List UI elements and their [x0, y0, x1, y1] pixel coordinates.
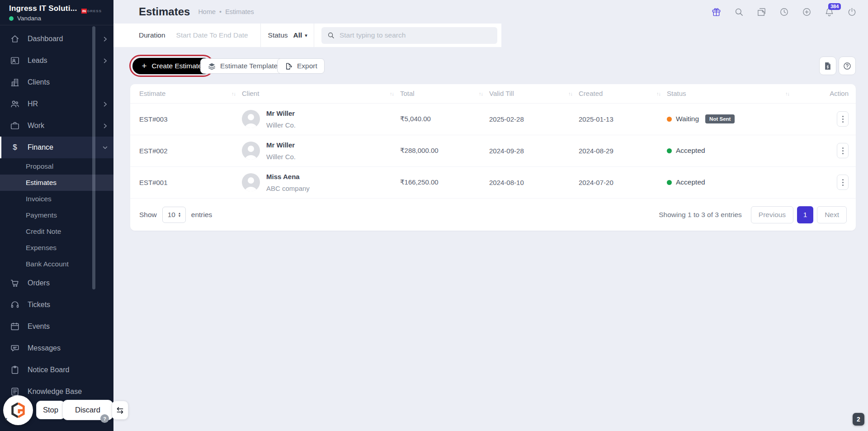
avatar — [242, 142, 260, 160]
stop-button[interactable]: Stop — [36, 401, 65, 419]
sort-icon[interactable]: ↑↓ — [231, 91, 236, 96]
sort-icon[interactable]: ↑↓ — [479, 91, 483, 96]
page-1-button[interactable]: 1 — [797, 206, 813, 223]
sort-icon[interactable]: ↑↓ — [656, 91, 660, 96]
app-logo[interactable] — [3, 395, 33, 425]
estimate-id: EST#003 — [139, 115, 168, 123]
export-button[interactable]: Export — [277, 58, 325, 74]
home-icon — [10, 34, 20, 44]
orders-icon — [10, 278, 20, 288]
sidebar-item-work[interactable]: Work — [0, 115, 113, 137]
column-header-content: Total↑↓ — [400, 90, 489, 97]
client-name[interactable]: Miss Aena — [266, 173, 310, 180]
estimate-template-button[interactable]: Estimate Template — [200, 58, 285, 74]
sidebar-item-notice-board[interactable]: Notice Board — [0, 359, 113, 381]
row-actions-button[interactable] — [837, 111, 849, 127]
create-estimate-button[interactable]: + Create Estimate — [132, 58, 212, 74]
help-button[interactable] — [839, 57, 856, 75]
messages-icon — [10, 343, 20, 353]
valid-till-cell: 2024-09-28 — [489, 135, 579, 166]
power-icon[interactable] — [847, 7, 857, 17]
search-icon[interactable] — [734, 7, 744, 17]
sidebar-item-estimates[interactable]: Estimates — [0, 175, 113, 191]
online-status-dot — [9, 16, 14, 21]
pagination-summary: Showing 1 to 3 of 3 entries — [659, 211, 742, 219]
chevron-down-icon — [102, 145, 108, 151]
column-header-estimate[interactable]: Estimate↑↓ — [130, 84, 242, 103]
sidebar-item-bank-account[interactable]: Bank Account — [0, 256, 113, 272]
column-label: Created — [579, 90, 603, 97]
sidebar-item-leads[interactable]: Leads — [0, 50, 113, 71]
sidebar-item-tickets[interactable]: Tickets — [0, 294, 113, 316]
client-lines: Miss AenaABC company — [266, 173, 310, 192]
breadcrumb-home[interactable]: Home — [198, 8, 216, 15]
history-icon[interactable] — [779, 7, 789, 17]
previous-button[interactable]: Previous — [751, 206, 793, 223]
sort-icon[interactable]: ↑↓ — [390, 91, 394, 96]
filter-search-icon — [327, 31, 335, 39]
sidebar-item-payments[interactable]: Payments — [0, 207, 113, 223]
events-icon — [10, 322, 20, 332]
sidebar-scrollbar[interactable] — [92, 26, 95, 289]
sort-icon[interactable]: ↑↓ — [785, 91, 789, 96]
sidebar-item-hr[interactable]: HR — [0, 93, 113, 115]
valid-till-cell: 2025-02-28 — [489, 103, 579, 135]
invoice-file-button[interactable] — [819, 57, 836, 75]
status-badge: Not Sent — [705, 114, 735, 123]
sidebar-item-events[interactable]: Events — [0, 316, 113, 337]
search-input[interactable] — [340, 31, 492, 39]
page-title: Estimates — [139, 5, 190, 18]
bell-icon[interactable]: 384 — [824, 7, 835, 17]
filter-bar: Duration Status All ▾ — [113, 24, 501, 47]
sidebar-item-credit-note[interactable]: Credit Note — [0, 223, 113, 240]
duration-input[interactable] — [176, 31, 260, 39]
column-header-status[interactable]: Status↑↓ — [667, 84, 796, 103]
user-name: Vandana — [17, 15, 41, 22]
toolbar-right-buttons — [819, 57, 856, 75]
next-button[interactable]: Next — [817, 206, 847, 223]
column-label: Total — [400, 90, 415, 97]
chevron-right-icon — [102, 58, 108, 64]
client-name[interactable]: Mr Willer — [266, 109, 296, 117]
gift-icon[interactable] — [711, 7, 722, 17]
client-cell: Miss AenaABC company — [242, 173, 400, 192]
user-info: Vandana — [9, 15, 113, 22]
sidebar-item-expenses[interactable]: Expenses — [0, 240, 113, 256]
created-cell: 2024-07-20 — [579, 166, 667, 198]
sidebar-item-invoices[interactable]: Invoices — [0, 191, 113, 207]
main-area: Estimates Home • Estimates 384 Duration … — [113, 0, 868, 431]
column-label: Estimate — [139, 90, 165, 97]
sidebar-item-clients[interactable]: Clients — [0, 71, 113, 93]
show-entries-select[interactable]: 10 ▴▾ — [162, 207, 186, 223]
column-label: Action — [830, 90, 849, 97]
sidebar-item-messages[interactable]: Messages — [0, 337, 113, 359]
column-header-created[interactable]: Created↑↓ — [579, 84, 667, 103]
row-actions-button[interactable] — [837, 175, 849, 190]
column-header-client[interactable]: Client↑↓ — [242, 84, 400, 103]
client-name[interactable]: Mr Willer — [266, 141, 296, 149]
help-badge[interactable]: ? — [100, 414, 109, 423]
hexagon-logo-icon — [9, 402, 27, 419]
sidebar-item-orders[interactable]: Orders — [0, 272, 113, 294]
status-dropdown[interactable]: All ▾ — [293, 31, 307, 39]
avatar — [242, 110, 260, 128]
table-header-row: Estimate↑↓Client↑↓Total↑↓Valid Till↑↓Cre… — [130, 84, 856, 103]
sidebar-subitem-label: Expenses — [26, 244, 57, 252]
sidebar-item-proposal[interactable]: Proposal — [0, 158, 113, 175]
row-actions-button[interactable] — [837, 143, 849, 158]
add-icon[interactable] — [802, 7, 812, 17]
column-header-valid-till[interactable]: Valid Till↑↓ — [489, 84, 579, 103]
action-cell — [796, 175, 856, 190]
sidebar-item-dashboard[interactable]: Dashboard — [0, 28, 113, 50]
status-dot — [667, 148, 672, 153]
status-cell: WaitingNot Sent — [667, 114, 796, 123]
sort-icon[interactable]: ↑↓ — [568, 91, 572, 96]
column-header-total[interactable]: Total↑↓ — [400, 84, 489, 103]
notes-icon[interactable] — [756, 7, 767, 17]
breadcrumb-current: Estimates — [225, 8, 254, 15]
total-value: ₹288,000.00 — [400, 147, 439, 154]
collapse-chevron-icon[interactable]: ‹ — [5, 415, 8, 424]
client-cell-wrap: Mr WillerWiller Co. — [242, 135, 400, 166]
sidebar-item-finance[interactable]: $Finance — [0, 137, 113, 158]
swap-button[interactable] — [112, 401, 128, 420]
